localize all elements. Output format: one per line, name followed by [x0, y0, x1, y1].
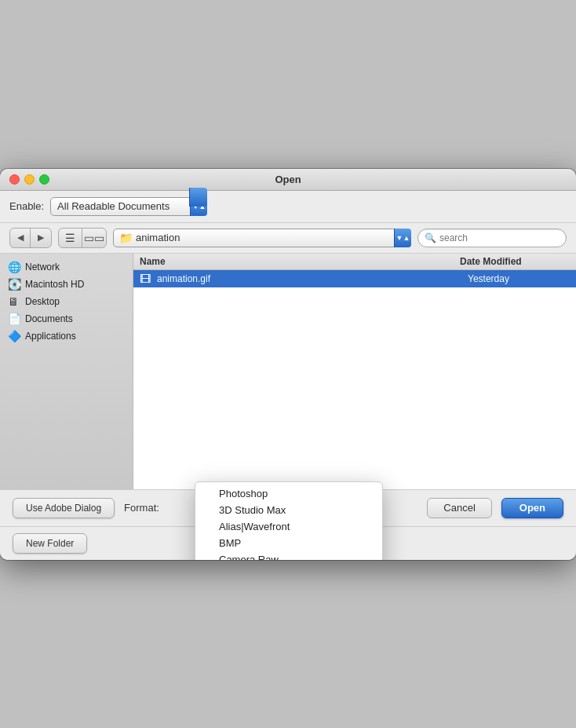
window-title: Open — [275, 174, 301, 185]
traffic-lights — [9, 174, 49, 185]
open-button[interactable]: Open — [501, 498, 563, 518]
navigation-bar: ◀ ▶ ☰ ▭▭ 📁 animation ▼▲ 🔍 — [0, 223, 576, 254]
documents-icon: 📄 — [8, 313, 20, 325]
new-folder-button[interactable]: New Folder — [13, 533, 87, 554]
enable-dropdown-wrapper[interactable]: All Readable Documents ▼▲ — [50, 197, 207, 216]
desktop-icon: 🖥 — [8, 295, 20, 308]
search-box: 🔍 — [417, 229, 567, 247]
format-dropdown-menu[interactable]: Photoshop3D Studio MaxAlias|WavefrontBMP… — [195, 481, 383, 560]
forward-button[interactable]: ▶ — [31, 229, 51, 247]
maximize-button[interactable] — [39, 174, 49, 185]
cancel-button[interactable]: Cancel — [427, 498, 491, 518]
sidebar-item-label-desktop: Desktop — [25, 296, 60, 307]
location-wrapper: 📁 animation ▼▲ — [113, 229, 411, 247]
enable-toolbar: Enable: All Readable Documents ▼▲ — [0, 191, 576, 223]
file-list: Name Date Modified 🎞 animation.gif Yeste… — [133, 254, 576, 489]
enable-label: Enable: — [9, 200, 44, 212]
file-name: animation.gif — [157, 273, 463, 284]
location-folder-icon: 📁 — [119, 232, 133, 244]
sidebar-item-macintosh-hd[interactable]: 💽 Macintosh HD — [0, 276, 133, 293]
list-view-button[interactable]: ☰ — [59, 229, 82, 247]
sidebar-item-label-applications: Applications — [25, 331, 76, 342]
file-date: Yesterday — [468, 273, 570, 284]
file-list-header: Name Date Modified — [133, 254, 576, 270]
menu-item[interactable]: Alias|Wavefront — [195, 518, 382, 535]
use-adobe-dialog-button[interactable]: Use Adobe Dialog — [13, 498, 115, 518]
close-button[interactable] — [9, 174, 20, 185]
sidebar-item-documents[interactable]: 📄 Documents — [0, 310, 133, 327]
nav-arrows: ◀ ▶ — [9, 228, 52, 248]
view-buttons: ☰ ▭▭ — [58, 228, 107, 248]
location-dropdown[interactable]: animation — [113, 229, 411, 247]
network-icon: 🌐 — [8, 261, 20, 273]
menu-item[interactable]: Camera Raw — [195, 551, 382, 560]
sidebar-item-label-documents: Documents — [25, 313, 73, 324]
sidebar-item-desktop[interactable]: 🖥 Desktop — [0, 293, 133, 310]
sidebar-item-label-network: Network — [25, 262, 60, 273]
menu-item[interactable]: 3D Studio Max — [195, 502, 382, 518]
open-dialog-window: Open Enable: All Readable Documents ▼▲ ◀… — [0, 169, 576, 560]
menu-item[interactable]: Photoshop — [195, 485, 382, 502]
sidebar: 🌐 Network 💽 Macintosh HD 🖥 Desktop 📄 Doc… — [0, 254, 133, 489]
header-name: Name — [140, 256, 460, 267]
main-content: 🌐 Network 💽 Macintosh HD 🖥 Desktop 📄 Doc… — [0, 254, 576, 489]
column-view-button[interactable]: ▭▭ — [82, 229, 106, 247]
format-label: Format: — [124, 502, 159, 514]
location-dropdown-arrow: ▼▲ — [394, 229, 411, 247]
back-button[interactable]: ◀ — [10, 229, 31, 247]
search-input[interactable] — [439, 232, 560, 243]
enable-dropdown[interactable]: All Readable Documents — [50, 197, 207, 216]
titlebar: Open — [0, 169, 576, 191]
sidebar-item-applications[interactable]: 🔷 Applications — [0, 327, 133, 345]
file-type-icon: 🎞 — [140, 273, 152, 285]
macintosh-hd-icon: 💽 — [8, 278, 20, 291]
search-icon: 🔍 — [425, 232, 436, 243]
applications-icon: 🔷 — [8, 330, 20, 342]
header-date-modified: Date Modified — [460, 256, 570, 267]
sidebar-item-network[interactable]: 🌐 Network — [0, 258, 133, 276]
minimize-button[interactable] — [24, 174, 35, 185]
file-row[interactable]: 🎞 animation.gif Yesterday — [133, 270, 576, 287]
window-content: Enable: All Readable Documents ▼▲ ◀ ▶ ☰ … — [0, 191, 576, 560]
sidebar-item-label-macintosh-hd: Macintosh HD — [25, 279, 84, 290]
menu-item[interactable]: BMP — [195, 535, 382, 551]
